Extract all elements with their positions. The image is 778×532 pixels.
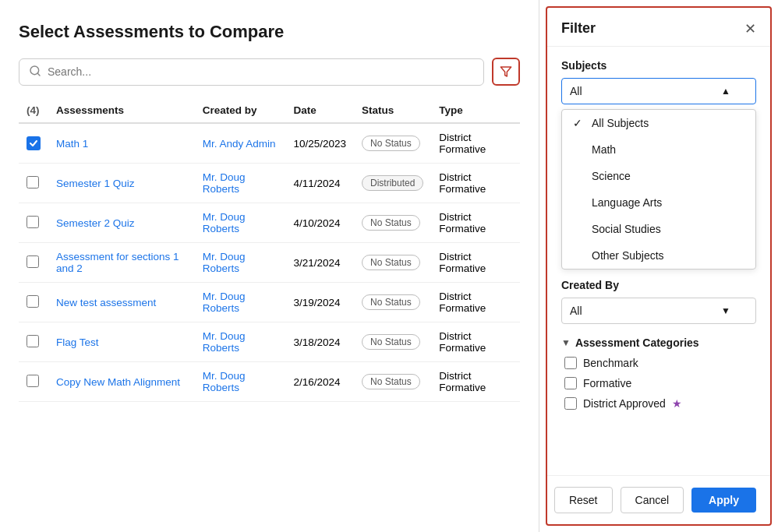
filter-button[interactable] [492,58,520,86]
categories-chevron-icon: ▼ [561,337,571,348]
row-checkbox[interactable] [27,375,39,387]
table-col-created-by: Created by [195,98,286,123]
assessment-name[interactable]: Flag Test [56,336,99,348]
assessment-date: 10/25/2023 [285,123,354,164]
dropdown-label-math: Math [592,143,616,156]
table-row: Math 1Mr. Andy Admin10/25/2023No StatusD… [19,123,520,164]
filter-header: Filter ✕ [547,8,770,47]
dropdown-label-all-subjects: All Subjects [592,117,649,129]
assessment-name[interactable]: Semester 1 Quiz [56,178,135,189]
status-badge: No Status [362,334,420,350]
assessment-type: District Formative [431,322,520,362]
filter-panel: Filter ✕ Subjects All ▲ ✓ All Subjects [546,6,772,526]
dropdown-label-other-subjects: Other Subjects [592,249,664,262]
categories-section: ▼ Assessment Categories Benchmark Format… [561,336,756,410]
svg-line-1 [37,73,40,76]
dropdown-label-social-studies: Social Studies [592,223,661,235]
created-by-section: Created By All ▼ [561,279,756,324]
subjects-label: Subjects [561,59,756,72]
search-box [19,58,484,86]
created-by-select-wrapper: All ▼ [561,298,756,324]
categories-header[interactable]: ▼ Assessment Categories [561,336,756,349]
subjects-selected-value: All [570,85,582,97]
table-col-status: Status [354,98,431,123]
category-district-approved-checkbox[interactable] [564,397,577,410]
assessment-date: 3/21/2024 [285,243,354,283]
dropdown-item-language-arts[interactable]: Language Arts [562,189,755,216]
category-formative-checkbox[interactable] [564,377,577,389]
dialog-title: Select Assessments to Compare [19,22,520,42]
table-col-assessment: Assessments [48,98,195,123]
table-row: Semester 2 QuizMr. Doug Roberts4/10/2024… [19,203,520,243]
category-district-approved-row: District Approved ★ [561,397,756,410]
search-input[interactable] [48,65,474,78]
table-row: Copy New Math AlignmentMr. Doug Roberts2… [19,362,520,402]
row-checkbox-checked[interactable] [27,136,41,150]
district-approved-icon: ★ [672,397,682,410]
creator-name[interactable]: Mr. Doug Roberts [203,171,246,195]
category-benchmark-checkbox[interactable] [564,357,577,369]
assessment-type: District Formative [431,164,520,203]
category-benchmark-row: Benchmark [561,357,756,369]
dropdown-item-all-subjects[interactable]: ✓ All Subjects [562,110,755,136]
assessment-type: District Formative [431,203,520,243]
subjects-section: Subjects All ▲ ✓ All Subjects Math [561,59,756,270]
assessment-name[interactable]: Assessment for sections 1 and 2 [56,251,179,274]
filter-footer: Reset Cancel Apply [547,475,770,524]
reset-button[interactable]: Reset [554,487,613,513]
chevron-up-icon: ▲ [721,86,730,97]
creator-name[interactable]: Mr. Doug Roberts [203,330,246,354]
assessment-name[interactable]: New test assessment [56,297,156,308]
assessment-date: 4/10/2024 [285,203,354,243]
dropdown-label-science: Science [592,170,631,182]
dropdown-item-social-studies[interactable]: Social Studies [562,216,755,242]
table-col-type: Type [431,98,520,123]
categories-label: Assessment Categories [575,336,699,349]
dropdown-label-language-arts: Language Arts [592,196,662,209]
cancel-button[interactable]: Cancel [621,487,684,513]
created-by-select[interactable]: All ▼ [561,298,756,324]
table-col-date: Date [285,98,354,123]
dropdown-item-science[interactable]: Science [562,163,755,189]
assessment-date: 3/19/2024 [285,283,354,322]
assessment-type: District Formative [431,123,520,164]
status-badge: No Status [362,136,420,151]
assessments-table-wrapper: (4) Assessments Created by Date Status T… [19,98,520,516]
category-district-approved-label: District Approved [583,397,666,410]
left-panel: Select Assessments to Compare [0,0,539,532]
assessment-name[interactable]: Math 1 [56,138,88,150]
assessment-type: District Formative [431,283,520,322]
assessment-type: District Formative [431,362,520,402]
assessment-type: District Formative [431,243,520,283]
row-checkbox[interactable] [27,335,39,347]
dropdown-item-other-subjects[interactable]: Other Subjects [562,242,755,269]
assessment-name[interactable]: Copy New Math Alignment [56,376,180,388]
assessment-name[interactable]: Semester 2 Quiz [56,217,135,229]
apply-button[interactable]: Apply [691,488,756,513]
table-row: New test assessmentMr. Doug Roberts3/19/… [19,283,520,322]
filter-title: Filter [561,20,596,37]
row-checkbox[interactable] [27,176,39,188]
dropdown-item-math[interactable]: Math [562,136,755,163]
category-formative-row: Formative [561,377,756,389]
creator-name[interactable]: Mr. Andy Admin [203,138,276,150]
creator-name[interactable]: Mr. Doug Roberts [203,211,246,234]
table-row: Flag TestMr. Doug Roberts3/18/2024No Sta… [19,322,520,362]
filter-close-button[interactable]: ✕ [744,22,756,36]
creator-name[interactable]: Mr. Doug Roberts [203,251,246,274]
subjects-dropdown: ✓ All Subjects Math Science Language Art… [561,109,756,270]
status-badge: No Status [362,294,420,310]
chevron-down-icon: ▼ [721,305,730,316]
status-badge: No Status [362,374,420,389]
status-badge: No Status [362,215,420,231]
assessments-table: (4) Assessments Created by Date Status T… [19,98,520,402]
creator-name[interactable]: Mr. Doug Roberts [203,370,246,393]
svg-marker-2 [500,67,511,76]
table-row: Assessment for sections 1 and 2Mr. Doug … [19,243,520,283]
row-checkbox[interactable] [27,295,39,308]
search-row [19,58,520,86]
row-checkbox[interactable] [27,216,39,228]
creator-name[interactable]: Mr. Doug Roberts [203,291,246,314]
subjects-select[interactable]: All ▲ [561,78,756,104]
row-checkbox[interactable] [27,255,39,268]
